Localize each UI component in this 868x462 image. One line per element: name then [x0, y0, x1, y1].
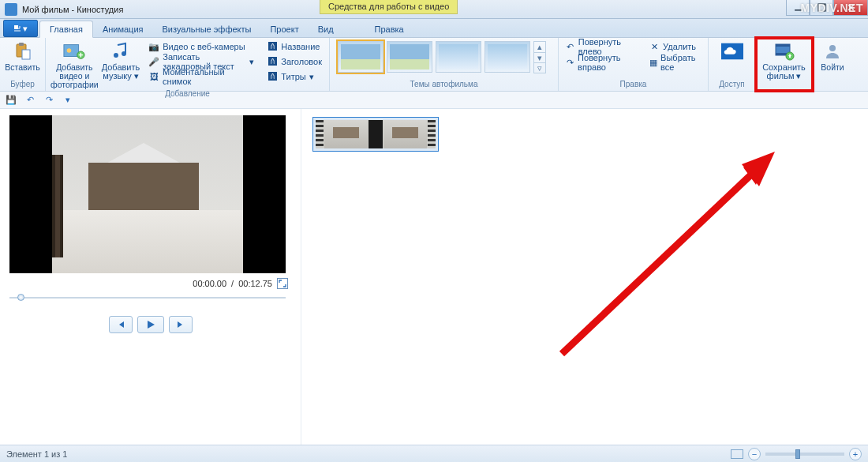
rotate-right-label: Повернуть вправо: [578, 53, 636, 72]
prev-frame-button[interactable]: [109, 316, 133, 333]
themes-more[interactable]: ▿: [534, 62, 545, 73]
themes-scroll-up[interactable]: ▴: [534, 42, 545, 52]
zoom-thumb[interactable]: [795, 449, 800, 459]
file-menu-button[interactable]: ▾: [3, 20, 38, 37]
theme-1[interactable]: [338, 41, 383, 73]
theme-2[interactable]: [387, 41, 432, 73]
tab-view[interactable]: Вид: [309, 21, 343, 37]
qat-save[interactable]: 💾: [5, 94, 17, 107]
annotation-arrow: [301, 62, 868, 393]
music-icon: [110, 41, 132, 62]
next-frame-button[interactable]: [169, 316, 193, 333]
theme-4[interactable]: [485, 41, 530, 73]
snapshot-button[interactable]: 🖼Моментальный снимок: [146, 69, 256, 84]
tab-home[interactable]: Главная: [39, 21, 93, 38]
delete-button[interactable]: ✕Удалить: [646, 39, 703, 54]
fullscreen-button[interactable]: [277, 278, 288, 289]
video-preview[interactable]: [9, 115, 286, 273]
seek-bar[interactable]: [9, 294, 286, 302]
select-all-icon: ▦: [649, 57, 657, 68]
storyboard-pane[interactable]: [301, 109, 868, 445]
add-video-label: Добавить видео и фотографии: [51, 63, 99, 89]
group-label-clipboard: Буфер: [5, 80, 40, 91]
svg-point-19: [829, 45, 836, 51]
workspace: 00:00.00/00:12.75: [0, 109, 868, 445]
tab-project[interactable]: Проект: [260, 21, 308, 37]
delete-label: Удалить: [663, 42, 696, 51]
thumb-view-button[interactable]: [731, 449, 743, 459]
save-movie-button[interactable]: Сохранить фильм ▾: [761, 39, 807, 81]
group-clipboard: Вставить Буфер: [0, 38, 46, 91]
group-save-movie: Сохранить фильм ▾: [756, 38, 813, 91]
group-label-editing: Правка: [563, 80, 703, 91]
svg-marker-22: [742, 152, 775, 186]
svg-point-11: [114, 53, 118, 58]
close-button[interactable]: [833, 0, 868, 16]
zoom-in-button[interactable]: +: [849, 448, 862, 460]
svg-marker-21: [743, 161, 765, 185]
zoom-out-button[interactable]: −: [748, 448, 761, 460]
svg-rect-7: [22, 50, 30, 59]
zoom-slider[interactable]: [765, 453, 844, 456]
rotate-left-icon: ↶: [566, 41, 575, 52]
user-icon: [821, 41, 844, 62]
delete-icon: ✕: [649, 41, 660, 52]
group-label-add: Добавление: [51, 89, 324, 98]
tab-effects[interactable]: Визуальные эффекты: [153, 21, 261, 37]
group-themes: ▴ ▾ ▿ Темы автофильма: [330, 38, 559, 91]
rotate-left-button[interactable]: ↶Повернуть влево: [563, 39, 638, 54]
qat-undo[interactable]: ↶: [24, 94, 36, 107]
svg-point-12: [122, 51, 126, 56]
group-signin: Войти: [813, 38, 852, 91]
play-button[interactable]: [137, 316, 164, 333]
ribbon: Вставить Буфер Добавить видео и фотограф…: [0, 38, 868, 92]
caption-icon: 🅰: [267, 56, 278, 67]
credits-label: Титры: [281, 72, 305, 81]
select-all-label: Выбрать все: [660, 53, 701, 72]
group-label-share: Доступ: [713, 80, 750, 91]
zoom-controls: − +: [731, 448, 862, 460]
svg-rect-15: [776, 44, 790, 47]
contextual-tab-label: Средства для работы с видео: [320, 0, 458, 14]
seek-thumb[interactable]: [17, 294, 24, 301]
signin-button[interactable]: Войти: [817, 39, 847, 72]
signin-label: Войти: [821, 63, 844, 72]
theme-3[interactable]: [436, 41, 481, 73]
title-button[interactable]: 🅰Название: [264, 39, 324, 54]
paste-label: Вставить: [5, 63, 40, 72]
minimize-button[interactable]: [786, 0, 810, 16]
snapshot-label: Моментальный снимок: [163, 67, 254, 86]
time-current: 00:00.00: [193, 279, 226, 288]
tab-edit-video[interactable]: Правка: [365, 21, 413, 37]
timecode: 00:00.00/00:12.75: [9, 278, 288, 289]
qat-customize[interactable]: ▾: [62, 94, 74, 107]
tab-animation[interactable]: Анимация: [93, 21, 153, 37]
svg-rect-1: [818, 4, 825, 11]
paste-button[interactable]: Вставить: [5, 39, 40, 72]
onedrive-icon: [721, 41, 743, 62]
transport-controls: [9, 316, 291, 333]
onedrive-button[interactable]: [713, 39, 750, 62]
save-movie-label: Сохранить фильм ▾: [761, 63, 807, 81]
group-add: Добавить видео и фотографии Добавить муз…: [46, 38, 330, 91]
webcam-icon: 📷: [148, 41, 159, 52]
storyboard-clip[interactable]: [312, 117, 439, 152]
qat-redo[interactable]: ↷: [43, 94, 55, 107]
credits-icon: 🅰: [267, 71, 278, 82]
add-music-button[interactable]: Добавить музыку ▾: [102, 39, 140, 81]
select-all-button[interactable]: ▦Выбрать все: [646, 55, 703, 69]
credits-button[interactable]: 🅰Титры ▾: [264, 69, 324, 84]
themes-scroll-down[interactable]: ▾: [534, 52, 545, 62]
group-editing: ↶Повернуть влево ↷Повернуть вправо ✕Удал…: [559, 38, 709, 91]
add-video-button[interactable]: Добавить видео и фотографии: [51, 39, 99, 89]
rotate-right-icon: ↷: [566, 57, 574, 68]
window-title: Мой фильм - Киностудия: [22, 5, 123, 14]
title-bar: Мой фильм - Киностудия Средства для рабо…: [0, 0, 868, 19]
maximize-button[interactable]: [810, 0, 833, 16]
status-text: Элемент 1 из 1: [6, 449, 67, 459]
rotate-right-button[interactable]: ↷Повернуть вправо: [563, 55, 638, 69]
webcam-label: Видео с веб-камеры: [163, 42, 245, 51]
caption-button[interactable]: 🅰Заголовок: [264, 54, 324, 69]
time-total: 00:12.75: [238, 279, 272, 288]
add-video-icon: [63, 41, 85, 62]
